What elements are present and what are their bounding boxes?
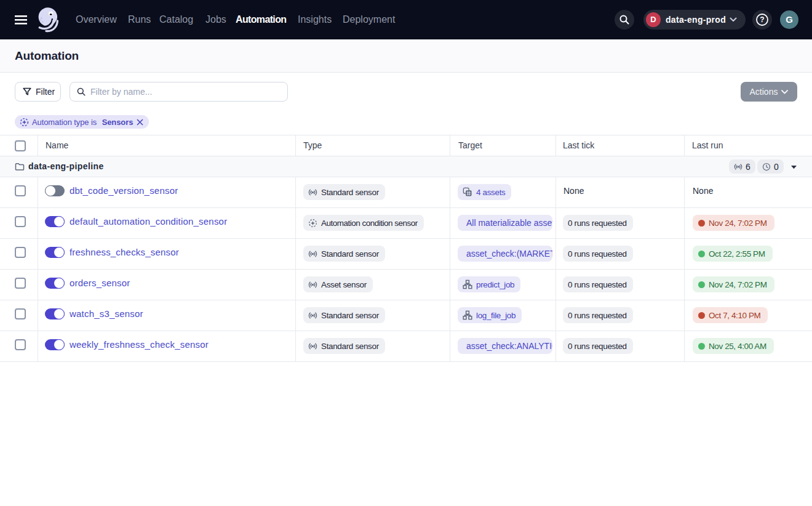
svg-text:?: ? [760,15,764,24]
